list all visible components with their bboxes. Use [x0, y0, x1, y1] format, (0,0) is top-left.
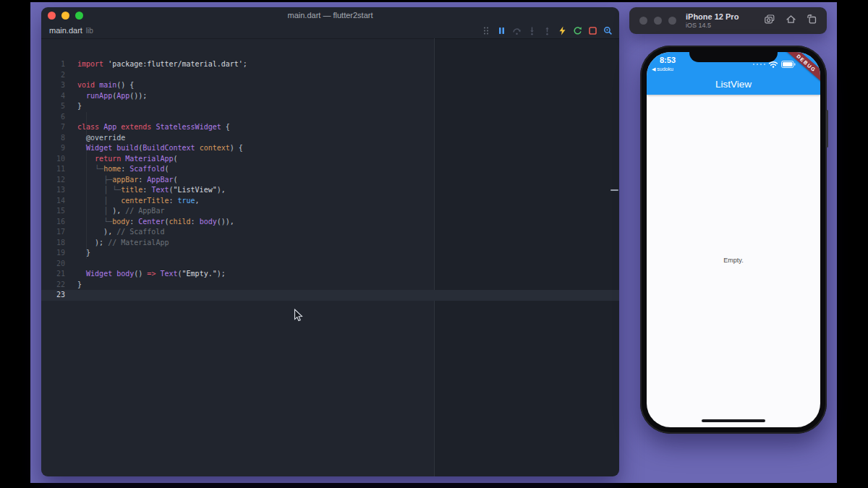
editor-titlebar[interactable]: main.dart — flutter2start	[41, 7, 619, 23]
code-text: │ ), // AppBar	[77, 206, 164, 217]
tab-label: main.dart	[49, 26, 82, 35]
step-over-icon[interactable]	[511, 26, 522, 36]
line-number[interactable]: 18	[41, 238, 65, 249]
back-to-app-label[interactable]: ◀ sudoku	[652, 67, 673, 72]
rotate-icon[interactable]	[807, 14, 817, 27]
line-number[interactable]: 8	[41, 133, 65, 144]
step-into-icon[interactable]	[527, 26, 537, 36]
code-line[interactable]: 7class App extends StatelessWidget {	[41, 122, 619, 133]
code-line[interactable]: 19 }	[41, 248, 619, 259]
code-line[interactable]: 14 │ centerTitle: true,	[41, 196, 619, 207]
code-text: import 'package:flutter/material.dart';	[77, 59, 247, 70]
line-number[interactable]: 7	[41, 122, 65, 133]
home-indicator[interactable]	[702, 419, 765, 423]
hot-reload-icon[interactable]	[557, 26, 567, 36]
status-time: 8:53	[660, 56, 676, 64]
line-number[interactable]: 14	[41, 196, 65, 207]
line-number[interactable]: 22	[41, 280, 65, 291]
code-line[interactable]: 10 return MaterialApp(	[41, 154, 619, 165]
cellular-dots-icon	[753, 64, 765, 65]
home-icon[interactable]	[786, 14, 796, 27]
device-os: iOS 14.5	[686, 22, 739, 29]
step-out-icon[interactable]	[542, 26, 552, 36]
code-line[interactable]: 2	[41, 70, 619, 81]
code-line[interactable]: 18 ); // MaterialApp	[41, 238, 619, 249]
phone-screen[interactable]: 8:53 ◀ sudoku ListView DEBUG Empty.	[647, 52, 820, 427]
stop-icon[interactable]	[587, 26, 597, 36]
minimize-button[interactable]	[654, 17, 662, 25]
line-number[interactable]: 11	[41, 164, 65, 175]
close-button[interactable]	[639, 17, 647, 25]
line-number[interactable]: 17	[41, 227, 65, 238]
code-text: ├─appBar: AppBar(	[77, 175, 178, 186]
code-text: void main() {	[77, 80, 134, 91]
maximize-button[interactable]	[668, 17, 676, 25]
code-line[interactable]: 17 ), // Scaffold	[41, 227, 619, 238]
code-text: └─home: Scaffold(	[77, 164, 169, 175]
pause-icon[interactable]	[496, 26, 506, 36]
code-line[interactable]: 9 Widget build(BuildContext context) {	[41, 143, 619, 154]
screen: { "colors": { "desktop_purple": "#6c68b4…	[0, 0, 868, 488]
code-line[interactable]: 22}	[41, 280, 619, 291]
code-line[interactable]: 21 Widget body() => Text("Empty.");	[41, 269, 619, 280]
restart-icon[interactable]	[572, 26, 582, 36]
line-number[interactable]: 16	[41, 217, 65, 228]
code-line[interactable]: 5}	[41, 101, 619, 112]
code-line[interactable]: 16 └─body: Center(child: body()),	[41, 217, 619, 228]
appbar-title: ListView	[647, 79, 820, 90]
tab-main-dart[interactable]: main.dartlib	[49, 26, 93, 35]
line-number[interactable]: 15	[41, 206, 65, 217]
code-text: runApp(App());	[77, 91, 147, 102]
code-line[interactable]: 12 ├─appBar: AppBar(	[41, 175, 619, 186]
simulator-actions	[764, 14, 817, 27]
editor-tabbar: main.dartlib	[41, 23, 619, 39]
code-editor[interactable]: 1import 'package:flutter/material.dart';…	[41, 38, 619, 476]
line-number[interactable]: 4	[41, 91, 65, 102]
code-text: ), // Scaffold	[77, 227, 164, 238]
code-text: │ centerTitle: true,	[77, 196, 200, 207]
window-title: main.dart — flutter2start	[41, 11, 619, 20]
code-text: ); // MaterialApp	[77, 238, 169, 249]
tab-dir-label: lib	[86, 27, 93, 35]
line-number[interactable]: 20	[41, 259, 65, 270]
notch	[689, 52, 778, 62]
code-text: }	[77, 101, 82, 112]
line-number[interactable]: 6	[41, 112, 65, 123]
debug-toolbar	[481, 23, 613, 38]
code-text: return MaterialApp(	[77, 154, 178, 165]
code-text: │ └─title: Text("ListView"),	[77, 185, 226, 196]
device-name: iPhone 12 Pro	[686, 12, 739, 22]
iphone-simulator: 8:53 ◀ sudoku ListView DEBUG Empty.	[640, 46, 827, 434]
code-text: }	[77, 248, 90, 259]
code-line[interactable]: 4 runApp(App());	[41, 91, 619, 102]
code-line[interactable]: 13 │ └─title: Text("ListView"),	[41, 185, 619, 196]
code-line[interactable]: 1import 'package:flutter/material.dart';	[41, 59, 619, 70]
drag-handle-icon[interactable]	[481, 26, 491, 36]
line-number[interactable]: 10	[41, 154, 65, 165]
code-line[interactable]: 23	[41, 290, 619, 301]
code-line[interactable]: 11 └─home: Scaffold(	[41, 164, 619, 175]
line-number[interactable]: 13	[41, 185, 65, 196]
line-number[interactable]: 9	[41, 143, 65, 154]
screenshot-icon[interactable]	[764, 14, 775, 27]
code-text: class App extends StatelessWidget {	[77, 122, 230, 133]
line-number[interactable]: 3	[41, 80, 65, 91]
line-number[interactable]: 12	[41, 175, 65, 186]
code-line[interactable]: 20	[41, 259, 619, 270]
code-line[interactable]: 15 │ ), // AppBar	[41, 206, 619, 217]
line-number[interactable]: 1	[41, 59, 65, 70]
code-text: └─body: Center(child: body()),	[77, 217, 234, 228]
line-number[interactable]: 19	[41, 248, 65, 259]
simulator-window-controls	[639, 17, 676, 25]
code-line[interactable]: 3void main() {	[41, 80, 619, 91]
simulator-window-titlebar[interactable]: iPhone 12 Pro iOS 14.5	[629, 7, 827, 34]
code-line[interactable]: 8 @override	[41, 133, 619, 144]
line-number[interactable]: 21	[41, 269, 65, 280]
device-info: iPhone 12 Pro iOS 14.5	[686, 12, 739, 29]
line-number[interactable]: 23	[41, 290, 65, 301]
line-number[interactable]: 2	[41, 70, 65, 81]
power-button[interactable]	[826, 110, 828, 147]
line-number[interactable]: 5	[41, 101, 65, 112]
widget-inspector-icon[interactable]	[603, 26, 613, 36]
code-line[interactable]: 6	[41, 112, 619, 123]
